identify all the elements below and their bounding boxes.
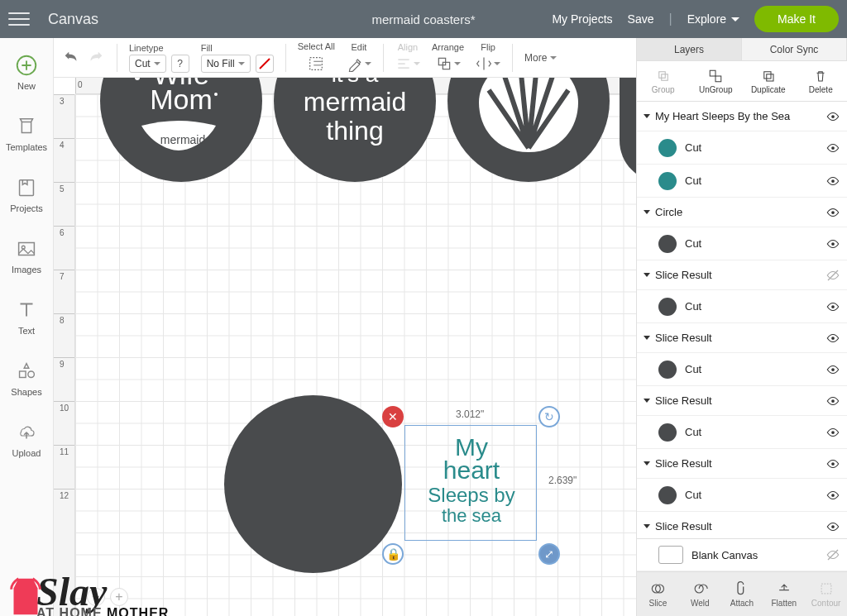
- caret-down-icon: [644, 399, 650, 403]
- watermark-sub: AT HOME MOTHER: [36, 606, 169, 616]
- layer-item[interactable]: Cut: [637, 290, 847, 323]
- visibility-icon[interactable]: [825, 268, 840, 283]
- visibility-icon[interactable]: [825, 141, 840, 155]
- lock-handle-icon[interactable]: 🔒: [382, 543, 404, 565]
- edit-button[interactable]: Edit: [347, 44, 371, 72]
- upload-button[interactable]: Upload: [12, 420, 41, 458]
- attach-button[interactable]: Attach: [721, 572, 763, 616]
- visibility-icon[interactable]: [825, 488, 840, 503]
- resize-handle-icon[interactable]: ⤢: [538, 543, 560, 565]
- my-projects-link[interactable]: My Projects: [552, 12, 612, 26]
- weld-button[interactable]: Weld: [679, 572, 721, 616]
- layer-item[interactable]: Cut: [637, 165, 847, 198]
- shapes-button[interactable]: Shapes: [11, 359, 41, 397]
- text-button[interactable]: Text: [14, 298, 39, 336]
- layer-item[interactable]: Cut: [637, 131, 847, 165]
- canvas-grid[interactable]: WifeMommermaid it's amermaidthing Myhear…: [75, 94, 636, 616]
- visibility-icon[interactable]: [825, 109, 840, 124]
- contour-button[interactable]: Contour: [805, 572, 847, 616]
- topbar: Canvas mermaid coasters* My Projects Sav…: [0, 0, 847, 38]
- chevron-down-icon: [731, 17, 739, 21]
- layer-header[interactable]: Slice Result: [637, 323, 847, 353]
- explore-button[interactable]: Explore: [687, 12, 739, 26]
- svg-point-13: [135, 78, 140, 80]
- layer-swatch: [658, 298, 677, 316]
- fill-swatch[interactable]: [256, 55, 274, 73]
- layer-header[interactable]: Slice Result: [637, 449, 847, 479]
- coaster-its-a-mermaid-thing[interactable]: it's amermaidthing: [274, 78, 436, 182]
- layer-item[interactable]: Cut: [637, 353, 847, 386]
- svg-point-31: [831, 146, 835, 150]
- apron-icon: [2, 574, 50, 616]
- duplicate-button[interactable]: Duplicate: [742, 61, 795, 101]
- group-button[interactable]: Group: [637, 61, 690, 101]
- align-button[interactable]: Align: [395, 44, 420, 72]
- separator: |: [668, 12, 672, 26]
- images-label: Images: [12, 265, 41, 275]
- layer-item[interactable]: Cut: [637, 227, 847, 260]
- layer-header[interactable]: Slice Result: [637, 512, 847, 538]
- tab-layers[interactable]: Layers: [637, 38, 742, 60]
- delete-handle-icon[interactable]: ✕: [382, 406, 404, 427]
- new-label: New: [17, 81, 36, 91]
- svg-text:Sleeps by: Sleeps by: [428, 484, 514, 506]
- blank-canvas-swatch[interactable]: [658, 546, 683, 564]
- linetype-help[interactable]: ?: [171, 55, 189, 73]
- layer-item[interactable]: Cut: [637, 479, 847, 512]
- more-button[interactable]: More: [524, 52, 557, 64]
- visibility-icon[interactable]: [825, 362, 840, 377]
- flip-button[interactable]: Flip: [476, 44, 500, 72]
- arrange-button[interactable]: Arrange: [432, 44, 464, 72]
- save-link[interactable]: Save: [628, 12, 654, 26]
- delete-button[interactable]: Delete: [795, 61, 848, 101]
- svg-point-33: [831, 211, 835, 214]
- visibility-icon[interactable]: [825, 394, 840, 408]
- visibility-icon[interactable]: [825, 236, 840, 251]
- visibility-icon[interactable]: [825, 299, 840, 314]
- layer-header[interactable]: Circle: [637, 198, 847, 227]
- layer-header[interactable]: Slice Result: [637, 386, 847, 416]
- selectall-button[interactable]: Select All: [298, 43, 335, 73]
- layer-item[interactable]: Cut: [637, 416, 847, 449]
- visibility-icon[interactable]: [825, 519, 840, 534]
- chevron-down-icon: [365, 62, 371, 65]
- document-title[interactable]: mermaid coasters*: [371, 12, 475, 26]
- solid-circle-shape[interactable]: [224, 395, 402, 573]
- linetype-select[interactable]: Cut: [129, 55, 166, 73]
- slice-button[interactable]: Slice: [637, 572, 679, 616]
- coaster-shell[interactable]: [447, 78, 610, 182]
- visibility-icon[interactable]: [825, 205, 840, 220]
- templates-button[interactable]: Templates: [6, 114, 47, 152]
- ungroup-button[interactable]: UnGroup: [690, 61, 743, 101]
- layer-header[interactable]: Slice Result: [637, 260, 847, 290]
- tab-color-sync[interactable]: Color Sync: [742, 38, 847, 60]
- app-title: Canvas: [48, 11, 98, 28]
- visibility-icon[interactable]: [825, 331, 840, 346]
- undo-icon[interactable]: [62, 49, 80, 67]
- menu-icon[interactable]: [8, 7, 31, 31]
- svg-text:the sea: the sea: [442, 505, 502, 526]
- fill-select[interactable]: No Fill: [201, 55, 251, 73]
- rotate-handle-icon[interactable]: ↻: [538, 406, 560, 427]
- projects-button[interactable]: Projects: [10, 175, 43, 213]
- layer-swatch: [658, 139, 677, 157]
- new-button[interactable]: New: [14, 53, 39, 91]
- visibility-icon[interactable]: [825, 425, 840, 440]
- images-button[interactable]: Images: [12, 236, 41, 275]
- canvas-area[interactable]: 0123456789101112 3456789101112 WifeMomme…: [54, 78, 636, 616]
- visibility-hidden-icon[interactable]: [825, 547, 840, 562]
- flatten-button[interactable]: Flatten: [763, 572, 805, 616]
- selection-box[interactable]: MyheartSleeps bythe sea: [404, 425, 537, 541]
- make-it-button[interactable]: Make It: [754, 6, 839, 32]
- svg-rect-7: [310, 57, 323, 69]
- redo-icon[interactable]: [87, 49, 105, 67]
- visibility-icon[interactable]: [825, 456, 840, 471]
- svg-point-43: [831, 525, 835, 528]
- svg-point-40: [831, 431, 835, 434]
- coaster-partial[interactable]: [620, 78, 636, 182]
- visibility-icon[interactable]: [825, 174, 840, 189]
- layer-header[interactable]: My Heart Sleeps By the Sea: [637, 102, 847, 131]
- explore-label: Explore: [687, 12, 726, 26]
- coaster-wife-mom-mermaid[interactable]: WifeMommermaid: [100, 78, 262, 182]
- svg-rect-4: [20, 371, 26, 378]
